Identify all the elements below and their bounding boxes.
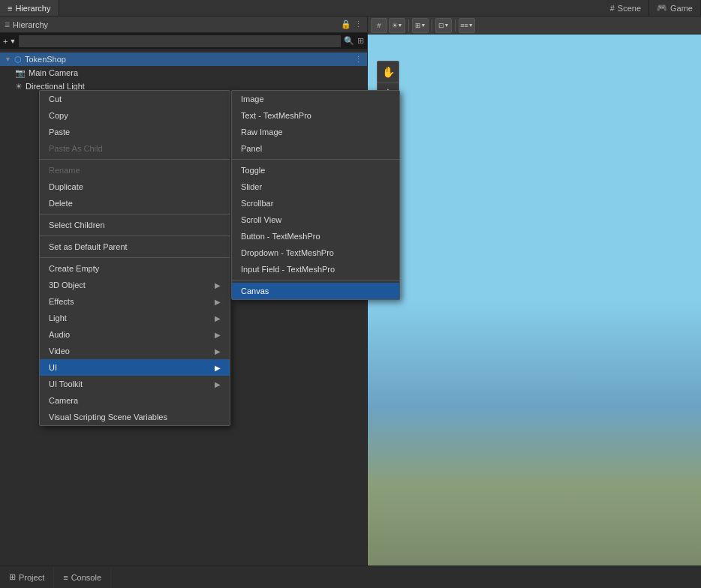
ctx-audio-arrow-icon: ▶ [215, 331, 221, 339]
sub-ctx-button-textmeshpro[interactable]: Button - TextMeshPro [232, 228, 399, 244]
ctx-ui-toolkit[interactable]: UI Toolkit ▶ [40, 376, 230, 392]
bottom-tab-project[interactable]: ⊞ Project [0, 566, 54, 589]
light-obj-icon: ☀ [15, 82, 23, 92]
toolbar-light-icon: ☀ [392, 22, 398, 29]
ctx-delete[interactable]: Delete [40, 195, 230, 212]
ctx-light[interactable]: Light ▶ [40, 310, 230, 326]
ctx-duplicate[interactable]: Duplicate [40, 178, 230, 195]
top-bar: ≡ Hierarchy # Scene 🎮 Game [0, 0, 701, 16]
sub-ctx-raw-image[interactable]: Raw Image [232, 124, 399, 140]
toolbar-fx-arrow: ▼ [444, 22, 450, 28]
sub-ctx-sep-2 [232, 280, 399, 280]
toolbar-audio-icon: ⊞ [415, 22, 421, 29]
tab-game[interactable]: 🎮 Game [649, 0, 701, 16]
sub-ctx-sep-1 [232, 159, 399, 160]
hierarchy-more-icon[interactable]: ⋮ [354, 20, 363, 29]
add-button[interactable]: + ▼ [3, 37, 16, 46]
sub-ctx-scrollbar[interactable]: Scrollbar [232, 195, 399, 212]
ctx-set-default-parent[interactable]: Set as Default Parent [40, 238, 230, 255]
toolbar-audio-btn[interactable]: ⊞ ▼ [412, 18, 429, 33]
sub-ctx-inputfield-textmeshpro[interactable]: Input Field - TextMeshPro [232, 261, 399, 278]
sub-ctx-toggle[interactable]: Toggle [232, 162, 399, 178]
tab-scene[interactable]: # Scene [603, 0, 649, 16]
project-label: Project [19, 573, 44, 582]
hierarchy-item-maincamera[interactable]: 📷 Main Camera [0, 66, 367, 80]
context-menu: Cut Copy Paste Paste As Child Rename Dup… [39, 90, 230, 426]
tokenshop-more-icon[interactable]: ⋮ [354, 55, 363, 64]
hierarchy-menu-icon: ≡ [5, 20, 10, 30]
ctx-paste[interactable]: Paste [40, 124, 230, 140]
ctx-effects-arrow-icon: ▶ [215, 298, 221, 306]
sub-ctx-text-textmeshpro[interactable]: Text - TextMeshPro [232, 107, 399, 124]
sub-ctx-panel[interactable]: Panel [232, 140, 399, 157]
toolbar-2d-icon: # [377, 22, 381, 29]
toolbar-2d-btn[interactable]: # [371, 18, 387, 33]
bottom-bar: ⊞ Project ≡ Console [0, 566, 701, 588]
project-icon: ⊞ [9, 572, 16, 582]
ctx-sep-4 [40, 257, 230, 258]
ctx-audio[interactable]: Audio ▶ [40, 326, 230, 343]
tokenshop-obj-icon: ⬡ [14, 55, 22, 64]
sub-ctx-image[interactable]: Image [232, 91, 399, 107]
ctx-copy[interactable]: Copy [40, 107, 230, 124]
ctx-video[interactable]: Video ▶ [40, 343, 230, 359]
toolbar-fx-icon: ⊡ [438, 22, 444, 29]
search-input[interactable] [19, 35, 341, 47]
toolbar-light-btn[interactable]: ☀ ▼ [389, 18, 405, 33]
ctx-3d-arrow-icon: ▶ [215, 281, 221, 290]
ctx-video-arrow-icon: ▶ [215, 347, 221, 356]
search-magnifier-icon[interactable]: 🔍 [344, 36, 354, 46]
ctx-sep-2 [40, 214, 230, 214]
tool-hand-btn[interactable]: ✋ [378, 62, 399, 82]
hierarchy-title: Hierarchy [13, 20, 338, 29]
ctx-rename: Rename [40, 162, 230, 178]
expand-arrow-icon: ▼ [5, 56, 11, 63]
scene-toolbar: # ☀ ▼ ⊞ ▼ ⊡ ▼ ≡≡ ▼ [368, 16, 701, 34]
add-arrow-icon: ▼ [9, 38, 16, 45]
ctx-cut[interactable]: Cut [40, 91, 230, 107]
scene-background [368, 34, 701, 566]
ctx-camera[interactable]: Camera [40, 392, 230, 409]
toolbar-gizmos-btn[interactable]: ≡≡ ▼ [459, 18, 475, 33]
sub-context-menu: Image Text - TextMeshPro Raw Image Panel… [231, 90, 400, 300]
scene-view: ✋ ✛ ↻ ⬜ ⬡ ⊕ [368, 34, 701, 566]
toolbar-sep-3 [455, 20, 456, 32]
console-label: Console [71, 573, 101, 582]
hierarchy-item-tokenshop[interactable]: ▼ ⬡ TokenShop ⋮ [0, 52, 367, 66]
toolbar-sep-2 [432, 20, 432, 32]
toolbar-gizmos-icon: ≡≡ [460, 22, 468, 29]
bottom-tab-console[interactable]: ≡ Console [54, 566, 111, 589]
search-expand-icon[interactable]: ⊞ [357, 36, 364, 46]
hierarchy-lock-icon[interactable]: 🔒 [341, 20, 351, 29]
tab-hierarchy[interactable]: ≡ Hierarchy [0, 0, 59, 16]
ctx-select-children[interactable]: Select Children [40, 217, 230, 233]
sub-ctx-dropdown-textmeshpro[interactable]: Dropdown - TextMeshPro [232, 244, 399, 261]
scene-tab-label: Scene [618, 4, 641, 13]
ctx-ui[interactable]: UI ▶ [40, 359, 230, 376]
hierarchy-icon: ≡ [8, 4, 12, 13]
right-panel: # ☀ ▼ ⊞ ▼ ⊡ ▼ ≡≡ ▼ [368, 16, 701, 566]
toolbar-light-arrow: ▼ [398, 22, 403, 28]
search-bar: + ▼ 🔍 ⊞ [0, 33, 367, 50]
sub-ctx-scroll-view[interactable]: Scroll View [232, 212, 399, 228]
ctx-ui-arrow-icon: ▶ [215, 364, 221, 372]
toolbar-fx-btn[interactable]: ⊡ ▼ [435, 18, 452, 33]
add-icon: + [3, 37, 8, 46]
game-tab-label: Game [670, 4, 693, 13]
ctx-effects[interactable]: Effects ▶ [40, 293, 230, 310]
ctx-sep-1 [40, 159, 230, 160]
ctx-3d-object[interactable]: 3D Object ▶ [40, 277, 230, 293]
maincamera-label: Main Camera [29, 68, 78, 77]
toolbar-sep-1 [408, 20, 409, 32]
ctx-uitoolkit-arrow-icon: ▶ [215, 380, 221, 388]
camera-obj-icon: 📷 [15, 68, 26, 78]
sub-ctx-slider[interactable]: Slider [232, 178, 399, 195]
tokenshop-label: TokenShop [25, 55, 66, 64]
ctx-create-empty[interactable]: Create Empty [40, 260, 230, 277]
ctx-light-arrow-icon: ▶ [215, 314, 221, 322]
ctx-visual-scripting[interactable]: Visual Scripting Scene Variables [40, 409, 230, 425]
hierarchy-header: ≡ Hierarchy 🔒 ⋮ [0, 16, 367, 33]
ctx-sep-3 [40, 236, 230, 236]
sub-ctx-canvas[interactable]: Canvas [232, 283, 399, 299]
ctx-paste-as-child: Paste As Child [40, 140, 230, 157]
